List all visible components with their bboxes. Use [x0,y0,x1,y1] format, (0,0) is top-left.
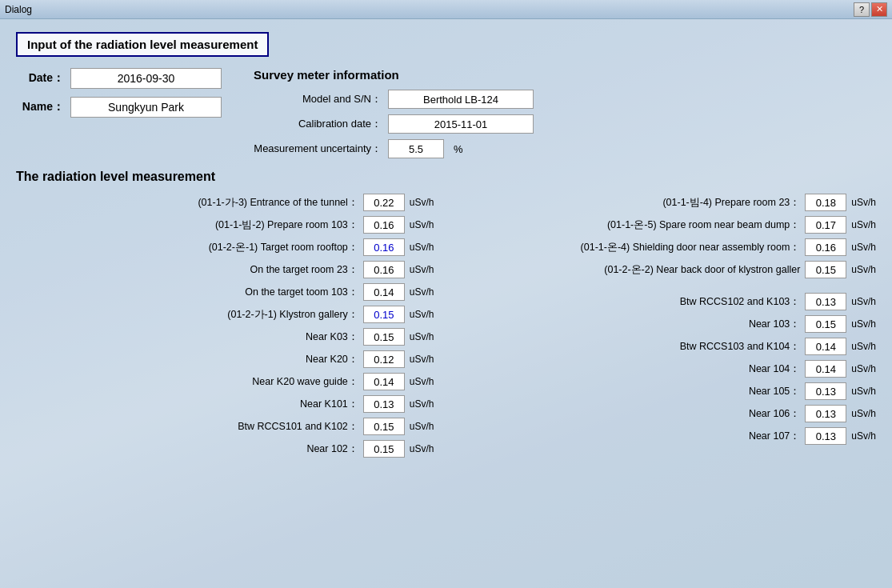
title-bar-text: Dialog [5,4,32,15]
measure-label: Near 102： [32,442,358,456]
measure-unit: uSv/h [851,296,876,307]
dialog-window: Dialog ? ✕ Input of the radiation level … [0,0,892,588]
measure-input[interactable] [805,315,846,333]
measure-input[interactable] [363,395,405,413]
measure-unit: uSv/h [410,354,434,365]
right-measure-row: Btw RCCS102 and K103：uSv/h [458,293,877,310]
measure-input[interactable] [363,238,405,256]
left-measurements: (01-1-가-3) Entrance of the tunnel：uSv/h(… [16,194,434,462]
measure-label: Near 103： [474,318,801,331]
measure-unit: uSv/h [851,430,876,442]
model-label: Model and S/N： [254,92,382,106]
measure-label: Near K20： [32,353,358,366]
left-measure-row: Near 102：uSv/h [16,440,434,458]
date-input[interactable] [70,68,222,89]
uncertainty-unit: % [454,143,463,155]
measure-label: (01-1-빔-2) Prepare room 103： [16,218,358,232]
top-section: Date： Name： Survey meter information Mod… [16,68,876,158]
measure-unit: uSv/h [851,341,876,352]
measure-unit: uSv/h [410,264,434,275]
measure-label: (01-1-가-3) Entrance of the tunnel： [16,196,358,210]
left-measure-row: On the target room 23：uSv/h [16,261,434,278]
form-container: Input of the radiation level measurement… [0,19,892,472]
measure-label: Near K03： [32,330,358,344]
measure-input[interactable] [363,261,405,278]
measure-input[interactable] [805,238,846,256]
calib-input[interactable] [388,114,534,134]
measure-unit: uSv/h [851,264,876,275]
measurements-grid: (01-1-가-3) Entrance of the tunnel：uSv/h(… [16,194,876,462]
right-measure-row: (01-1-온-4) Shielding door near assembly … [458,238,877,256]
uncertainty-label: Measurement uncertainty： [254,142,382,156]
right-measure-row: Near 103：uSv/h [458,315,877,333]
calib-label: Calibration date： [254,117,382,131]
measure-input[interactable] [363,283,405,301]
left-measure-row: (01-1-가-3) Entrance of the tunnel：uSv/h [16,194,434,211]
calib-row: Calibration date： [254,114,876,134]
right-measure-row: (01-1-온-5) Spare room near beam dump：uSv… [458,216,877,234]
name-row: Name： [16,97,222,118]
measure-unit: uSv/h [851,408,876,419]
left-measure-row: (01-1-빔-2) Prepare room 103：uSv/h [16,216,434,234]
measure-input[interactable] [805,261,846,278]
right-measure-row: (01-1-빔-4) Prepare room 23：uSv/h [458,194,877,211]
measure-label: (01-2-가-1) Klystron gallery： [16,308,358,322]
measure-input[interactable] [805,427,846,445]
measure-unit: uSv/h [851,219,876,230]
measure-input[interactable] [363,350,405,368]
left-measure-row: Near K20 wave guide：uSv/h [16,373,434,390]
right-measure-row: Near 105：uSv/h [458,382,877,400]
measure-unit: uSv/h [410,443,434,454]
measure-input[interactable] [805,338,846,355]
measure-label: Near 107： [474,430,801,443]
close-button[interactable]: ✕ [871,2,887,17]
measure-input[interactable] [805,405,846,422]
measure-label: Btw RCCS101 and K102： [32,420,358,434]
measure-unit: uSv/h [410,398,434,410]
measure-label: Btw RCCS103 and K104： [474,340,801,354]
measure-label: Near K20 wave guide： [32,375,358,389]
measure-label: (01-1-온-5) Spare room near beam dump： [458,218,801,232]
measure-input[interactable] [805,194,846,211]
measure-input[interactable] [363,216,405,234]
measure-input[interactable] [363,440,405,458]
measure-label: Near 105： [474,385,801,398]
right-measure-row: Near 104：uSv/h [458,360,877,378]
measure-input[interactable] [805,216,846,234]
left-measure-row: Near K03：uSv/h [16,328,434,346]
measure-label: Near 104： [474,362,801,376]
left-measure-row: (01-2-온-1) Target room rooftop：uSv/h [16,238,434,256]
measure-unit: uSv/h [851,197,876,208]
left-fields: Date： Name： [16,68,222,158]
measure-input[interactable] [363,194,405,211]
model-input[interactable] [388,90,534,109]
left-measure-row: Near K101：uSv/h [16,395,434,413]
measure-input[interactable] [805,293,846,310]
uncertainty-row: Measurement uncertainty： % [254,139,876,158]
right-measure-row: Near 107：uSv/h [458,427,877,445]
content-area: Input of the radiation level measurement… [0,19,892,588]
uncertainty-input[interactable] [388,139,444,158]
measure-input[interactable] [363,418,405,435]
measure-input[interactable] [363,328,405,346]
right-measurements: (01-1-빔-4) Prepare room 23：uSv/h(01-1-온-… [458,194,877,462]
measure-input[interactable] [805,382,846,400]
measure-label: On the target room 23： [32,263,358,277]
measure-input[interactable] [363,306,405,323]
measure-label: (01-2-온-2) Near back door of klystron ga… [458,263,801,277]
measure-unit: uSv/h [851,386,876,397]
measure-label: (01-1-온-4) Shielding door near assembly … [458,241,801,254]
measure-label: Near K101： [32,398,358,411]
measure-unit: uSv/h [410,286,434,298]
measure-input[interactable] [805,360,846,378]
title-bar-buttons: ? ✕ [854,2,887,17]
measure-unit: uSv/h [410,219,434,230]
name-label: Name： [16,100,64,114]
measure-input[interactable] [363,373,405,390]
help-button[interactable]: ? [854,2,870,17]
right-measure-row: Btw RCCS103 and K104：uSv/h [458,338,877,355]
model-row: Model and S/N： [254,90,876,109]
survey-fields: Model and S/N： Calibration date： Measure… [254,90,876,158]
title-bar: Dialog ? ✕ [0,0,892,19]
name-input[interactable] [70,97,222,118]
